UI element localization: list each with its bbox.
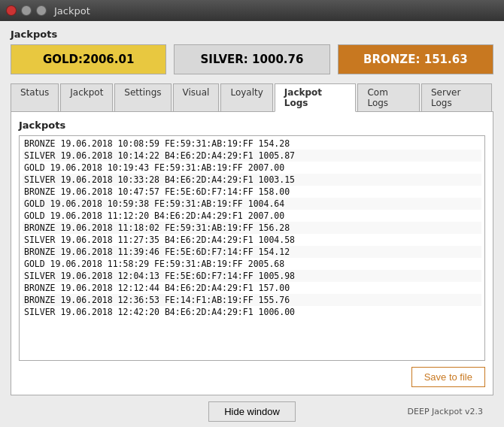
bottom-bar: Save to file — [19, 367, 485, 387]
window-title: Jackpot — [54, 5, 90, 17]
silver-amount-box: SILVER: 1000.76 — [174, 44, 329, 74]
list-item: BRONZE 19.06.2018 10:08:59 FE:59:31:AB:1… — [23, 138, 481, 150]
bronze-label: BRONZE: — [363, 53, 420, 66]
gold-amount-box: GOLD:2006.01 — [11, 44, 166, 74]
jackpots-section-label: Jackpots — [11, 29, 493, 40]
maximize-button[interactable] — [36, 5, 47, 16]
tab-loyalty[interactable]: Loyalty — [220, 83, 272, 111]
footer: Hide window DEEP Jackpot v2.3 — [11, 401, 493, 422]
close-button[interactable] — [6, 5, 17, 16]
hide-window-button[interactable]: Hide window — [208, 401, 296, 422]
list-item: GOLD 19.06.2018 10:59:38 FE:59:31:AB:19:… — [23, 198, 481, 210]
tab-com-logs[interactable]: Com Logs — [357, 83, 420, 111]
save-to-file-button[interactable]: Save to file — [411, 367, 485, 387]
list-item: SILVER 19.06.2018 11:27:35 B4:E6:2D:A4:2… — [23, 234, 481, 246]
gold-label: GOLD: — [43, 53, 83, 66]
list-item: GOLD 19.06.2018 11:12:20 B4:E6:2D:A4:29:… — [23, 210, 481, 222]
list-item: SILVER 19.06.2018 10:14:22 B4:E6:2D:A4:2… — [23, 150, 481, 162]
list-item: BRONZE 19.06.2018 12:12:44 B4:E6:2D:A4:2… — [23, 282, 481, 294]
list-item: SILVER 19.06.2018 10:33:28 B4:E6:2D:A4:2… — [23, 174, 481, 186]
tab-jackpot[interactable]: Jackpot — [60, 83, 113, 111]
gold-value: 2006.01 — [83, 53, 134, 66]
list-item: BRONZE 19.06.2018 11:18:02 FE:59:31:AB:1… — [23, 222, 481, 234]
tabs-bar: Status Jackpot Settings Visual Loyalty J… — [11, 83, 493, 112]
list-item: SILVER 19.06.2018 12:04:13 FE:5E:6D:F7:1… — [23, 270, 481, 282]
silver-label: SILVER: — [201, 53, 248, 66]
list-item: GOLD 19.06.2018 11:58:29 FE:59:31:AB:19:… — [23, 258, 481, 270]
tab-status[interactable]: Status — [11, 83, 59, 111]
log-container[interactable]: BRONZE 19.06.2018 10:08:59 FE:59:31:AB:1… — [19, 135, 485, 361]
tab-server-logs[interactable]: Server Logs — [421, 83, 492, 111]
tab-settings[interactable]: Settings — [114, 83, 171, 111]
bronze-value: 151.63 — [424, 53, 468, 66]
list-item: GOLD 19.06.2018 10:19:43 FE:59:31:AB:19:… — [23, 162, 481, 174]
titlebar: Jackpot — [0, 0, 504, 21]
main-window: Jackpots GOLD:2006.01 SILVER: 1000.76 BR… — [0, 21, 504, 427]
tab-jackpot-logs[interactable]: Jackpot Logs — [275, 83, 357, 112]
content-panel: Jackpots BRONZE 19.06.2018 10:08:59 FE:5… — [11, 112, 493, 395]
bronze-amount-box: BRONZE: 151.63 — [338, 44, 493, 74]
minimize-button[interactable] — [21, 5, 32, 16]
list-item: BRONZE 19.06.2018 11:39:46 FE:5E:6D:F7:1… — [23, 246, 481, 258]
version-label: DEEP Jackpot v2.3 — [408, 407, 483, 416]
list-item: SILVER 19.06.2018 12:42:20 B4:E6:2D:A4:2… — [23, 306, 481, 318]
tab-visual[interactable]: Visual — [173, 83, 220, 111]
jackpot-amounts: GOLD:2006.01 SILVER: 1000.76 BRONZE: 151… — [11, 44, 493, 74]
list-item: BRONZE 19.06.2018 10:47:57 FE:5E:6D:F7:1… — [23, 186, 481, 198]
list-item: BRONZE 19.06.2018 12:36:53 FE:14:F1:AB:1… — [23, 294, 481, 306]
panel-title: Jackpots — [19, 120, 485, 131]
silver-value: 1000.76 — [252, 53, 303, 66]
